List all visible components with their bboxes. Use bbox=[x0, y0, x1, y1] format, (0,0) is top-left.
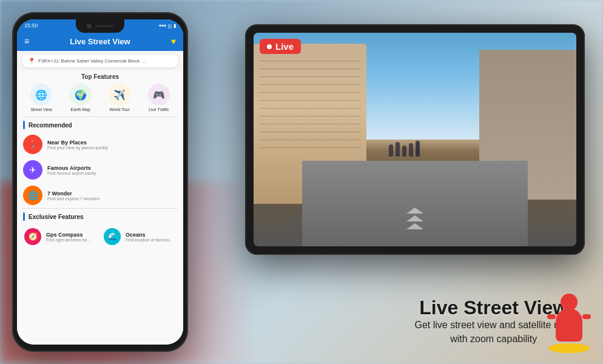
app-header: ≡ Live Street View ♥ bbox=[17, 32, 183, 51]
chevron-1 bbox=[406, 207, 423, 214]
chevron-2 bbox=[406, 215, 423, 221]
recommended-heading: Recommended bbox=[17, 117, 183, 132]
app-header-title: Live Street View bbox=[70, 37, 130, 46]
location-text: F3RX+JJ, Bahria Safari Valley Comercial … bbox=[38, 58, 147, 64]
airports-subtitle: Find famous airport easily bbox=[47, 171, 96, 175]
list-item-oceans[interactable]: 🌊 Oceans Find location of famous... bbox=[101, 226, 178, 248]
person-5 bbox=[416, 141, 420, 157]
nearby-title: Near By Places bbox=[47, 140, 108, 146]
avatar-body bbox=[556, 308, 582, 342]
location-pin-icon: 📍 bbox=[28, 58, 35, 64]
phone-device: 15:50 ▾▾▾ ||| ▮ ≡ Live Street View ♥ 📍 F… bbox=[12, 12, 188, 352]
avatar-arm-left bbox=[547, 314, 556, 319]
location-bar[interactable]: 📍 F3RX+JJ, Bahria Safari Valley Comercia… bbox=[22, 55, 178, 67]
tablet-screen: Live bbox=[254, 33, 576, 246]
exclusive-label: Exclusive Features bbox=[29, 214, 84, 220]
phone-frame: 15:50 ▾▾▾ ||| ▮ ≡ Live Street View ♥ 📍 F… bbox=[12, 12, 188, 352]
list-item-wonder[interactable]: 🌐 7 Wonder Find and explore 7 wonders bbox=[17, 183, 183, 208]
world-tour-label: World Tour bbox=[109, 107, 130, 112]
avatar-head bbox=[561, 294, 578, 311]
app-body: Top Features 🌐 Street View 🌍 Earth Map ✈… bbox=[17, 71, 183, 345]
live-badge: Live bbox=[260, 39, 301, 54]
tablet-frame: Live bbox=[245, 24, 585, 255]
phone-notch bbox=[76, 19, 124, 33]
airports-icon: ✈ bbox=[23, 160, 42, 180]
airports-text: Famous Airports Find famous airport easi… bbox=[47, 165, 96, 175]
battery-icon: ▮ bbox=[173, 23, 176, 29]
avatar-base bbox=[548, 343, 590, 353]
phone-speaker bbox=[95, 25, 113, 27]
chevron-3 bbox=[406, 223, 423, 229]
section-bar-exclusive bbox=[23, 212, 25, 221]
wonder-icon: 🌐 bbox=[23, 186, 42, 205]
feature-world-tour[interactable]: ✈️ World Tour bbox=[109, 84, 130, 112]
top-features-label: Top Features bbox=[17, 71, 183, 84]
nearby-icon: 📍 bbox=[23, 135, 42, 154]
earth-map-icon: 🌍 bbox=[70, 84, 92, 106]
list-item-nearby[interactable]: 📍 Near By Places Find your near by place… bbox=[17, 132, 183, 157]
person-4 bbox=[409, 143, 413, 157]
favorite-icon[interactable]: ♥ bbox=[171, 36, 176, 46]
section-bar-recommended bbox=[23, 121, 25, 129]
avatar-arm-right bbox=[582, 314, 591, 319]
earth-map-label: Earth Map bbox=[71, 107, 90, 112]
list-item-compass[interactable]: 🧭 Gps Compass Find right direction for..… bbox=[22, 226, 99, 248]
people-group bbox=[389, 141, 420, 157]
status-time: 15:50 bbox=[24, 22, 38, 29]
status-icons: ▾▾▾ ||| ▮ bbox=[159, 23, 176, 29]
person-1 bbox=[389, 144, 393, 157]
oceans-icon: 🌊 bbox=[104, 228, 121, 245]
features-grid: 🌐 Street View 🌍 Earth Map ✈️ World Tour … bbox=[17, 84, 183, 116]
exclusive-heading: Exclusive Features bbox=[17, 209, 183, 223]
avatar-figure bbox=[548, 294, 590, 353]
compass-text: Gps Compass Find right direction for... bbox=[46, 232, 90, 242]
person-3 bbox=[402, 146, 406, 157]
road bbox=[302, 161, 528, 246]
live-traffic-icon: 🎮 bbox=[148, 84, 170, 106]
feature-live-traffic[interactable]: 🎮 Live Traffic bbox=[148, 84, 170, 112]
signal-icon: ||| bbox=[168, 23, 172, 29]
menu-icon[interactable]: ≡ bbox=[24, 36, 29, 46]
live-traffic-label: Live Traffic bbox=[149, 107, 169, 112]
person-2 bbox=[396, 142, 400, 157]
oceans-subtitle: Find location of famous... bbox=[126, 238, 173, 242]
compass-icon: 🧭 bbox=[24, 228, 41, 245]
feature-street-view[interactable]: 🌐 Street View bbox=[30, 84, 52, 112]
airports-title: Famous Airports bbox=[47, 165, 96, 171]
street-scene: Live bbox=[254, 33, 576, 246]
exclusive-grid: 🧭 Gps Compass Find right direction for..… bbox=[17, 223, 183, 250]
oceans-text: Oceans Find location of famous... bbox=[126, 232, 173, 242]
road-arrows bbox=[406, 207, 423, 229]
phone-screen: 15:50 ▾▾▾ ||| ▮ ≡ Live Street View ♥ 📍 F… bbox=[17, 19, 183, 345]
phone-camera bbox=[87, 24, 92, 29]
wonder-subtitle: Find and explore 7 wonders bbox=[47, 197, 99, 201]
wifi-icon: ▾▾▾ bbox=[159, 23, 166, 29]
tablet-device: Live bbox=[245, 24, 585, 255]
street-view-icon: 🌐 bbox=[30, 84, 52, 106]
feature-earth-map[interactable]: 🌍 Earth Map bbox=[70, 84, 92, 112]
compass-subtitle: Find right direction for... bbox=[46, 238, 90, 242]
wonder-title: 7 Wonder bbox=[47, 190, 99, 197]
nearby-text: Near By Places Find your near by places … bbox=[47, 140, 108, 150]
wonder-text: 7 Wonder Find and explore 7 wonders bbox=[47, 190, 99, 201]
world-tour-icon: ✈️ bbox=[109, 84, 130, 106]
street-view-label: Street View bbox=[30, 107, 52, 112]
compass-title: Gps Compass bbox=[46, 232, 90, 238]
list-item-airports[interactable]: ✈ Famous Airports Find famous airport ea… bbox=[17, 157, 183, 183]
live-text: Live bbox=[275, 41, 294, 52]
recommended-label: Recommended bbox=[29, 122, 72, 129]
nearby-subtitle: Find your near by places quickly bbox=[47, 146, 108, 150]
live-dot-icon bbox=[267, 44, 272, 49]
oceans-title: Oceans bbox=[126, 232, 173, 238]
